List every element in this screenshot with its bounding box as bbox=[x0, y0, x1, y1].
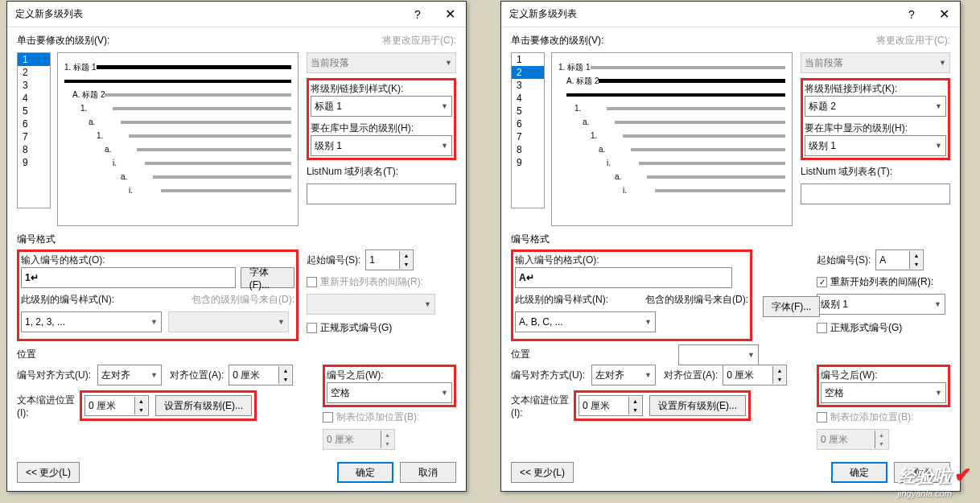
less-button[interactable]: << 更少(L) bbox=[511, 462, 574, 483]
help-button[interactable]: ? bbox=[896, 2, 928, 27]
highlight-link-style: 将级别链接到样式(K): 标题 1▼ 要在库中显示的级别(H): 级别 1▼ bbox=[307, 78, 456, 160]
font-button[interactable]: 字体(F)... bbox=[763, 296, 820, 317]
tab-pos-input: 0 厘米 ▲▼ bbox=[323, 429, 395, 450]
set-all-button[interactable]: 设置所有级别(E)... bbox=[155, 395, 252, 416]
level-list[interactable]: 1 2 3 4 5 6 7 8 9 bbox=[17, 52, 51, 208]
start-at-input[interactable]: 1 ▲▼ bbox=[365, 249, 414, 270]
align-at-input[interactable]: 0 厘米 ▲▼ bbox=[723, 365, 787, 385]
cancel-button[interactable]: 取消 bbox=[400, 462, 456, 483]
restart-checkbox[interactable] bbox=[307, 277, 317, 287]
format-input[interactable]: 1↵ bbox=[21, 267, 236, 288]
help-button[interactable]: ? bbox=[401, 2, 434, 27]
highlight-indent: 0 厘米 ▲▼ 设置所有级别(E)... bbox=[80, 390, 257, 421]
start-at-label: 起始编号(S): bbox=[307, 254, 360, 267]
close-button[interactable]: ✕ bbox=[928, 2, 960, 27]
indent-label: 文本缩进位置(I): bbox=[17, 394, 80, 418]
level-item[interactable]: 1 bbox=[18, 53, 50, 66]
indent-input[interactable]: 0 厘米 ▲▼ bbox=[84, 395, 149, 416]
highlight-follow: 编号之后(W): 空格▼ bbox=[323, 365, 456, 407]
apply-to-select[interactable]: 当前段落▼ bbox=[307, 52, 456, 73]
legal-label: 正规形式编号(G) bbox=[320, 321, 392, 335]
apply-to-label: 将更改应用于(C): bbox=[382, 34, 456, 47]
click-level-label: 单击要修改的级别(V): bbox=[511, 34, 603, 47]
dialog-title: 定义新多级列表 bbox=[15, 7, 83, 21]
link-style-label: 将级别链接到样式(K): bbox=[805, 82, 946, 96]
include-from-select[interactable]: ▼ bbox=[168, 311, 289, 332]
align-label: 编号对齐方式(U): bbox=[511, 369, 591, 382]
restart-checkbox[interactable]: ✓ bbox=[817, 277, 827, 287]
preview-box: 1. 标题 1 A. 标题 2 1. a. 1. a. i. a. i. bbox=[551, 52, 793, 226]
indent-input[interactable]: 0 厘米 ▲▼ bbox=[579, 395, 643, 416]
level-item[interactable]: 6 bbox=[18, 118, 50, 130]
apply-to-label: 将更改应用于(C): bbox=[876, 34, 950, 47]
apply-to-select[interactable]: 当前段落▼ bbox=[801, 52, 950, 73]
show-level-select[interactable]: 级别 1▼ bbox=[311, 135, 452, 156]
level-item[interactable]: 5 bbox=[512, 105, 544, 118]
close-button[interactable]: ✕ bbox=[434, 2, 466, 27]
level-item[interactable]: 4 bbox=[18, 92, 50, 105]
level-item[interactable]: 2 bbox=[18, 66, 50, 79]
level-item[interactable]: 3 bbox=[512, 79, 544, 92]
include-from-label: 包含的级别编号来自(D): bbox=[645, 293, 748, 307]
indent-label: 文本缩进位置(I): bbox=[511, 394, 574, 418]
less-button[interactable]: << 更少(L) bbox=[17, 462, 80, 483]
style-select[interactable]: A, B, C, ...▼ bbox=[515, 311, 656, 332]
listnum-input[interactable] bbox=[307, 183, 456, 204]
position-group: 位置 bbox=[17, 348, 456, 361]
highlight-follow: 编号之后(W): 空格▼ bbox=[817, 365, 950, 407]
number-format-group: 编号格式 bbox=[511, 233, 950, 246]
level-item[interactable]: 1 bbox=[512, 53, 544, 66]
tab-checkbox[interactable] bbox=[817, 412, 827, 423]
align-label: 编号对齐方式(U): bbox=[17, 369, 97, 382]
ok-button[interactable]: 确定 bbox=[337, 462, 393, 483]
level-item[interactable]: 8 bbox=[512, 143, 544, 156]
level-item[interactable]: 9 bbox=[18, 156, 50, 169]
align-select[interactable]: 左对齐▼ bbox=[97, 365, 162, 385]
preview-box: 1. 标题 1 A. 标题 2 1. a. 1. a. i. a. i. bbox=[57, 52, 299, 226]
legal-checkbox[interactable] bbox=[307, 323, 317, 333]
align-at-label: 对齐位置(A): bbox=[170, 369, 224, 382]
set-all-button[interactable]: 设置所有级别(E)... bbox=[649, 395, 746, 416]
level-item[interactable]: 8 bbox=[18, 143, 50, 156]
highlight-format: 输入编号的格式(O): 1↵ 字体(F)... 此级别的编号样式(N): 包含的… bbox=[17, 249, 299, 341]
show-level-label: 要在库中显示的级别(H): bbox=[805, 122, 946, 135]
legal-label: 正规形式编号(G) bbox=[830, 321, 902, 335]
restart-select[interactable]: ▼ bbox=[307, 294, 435, 315]
dialog-left: 定义新多级列表 ? ✕ 单击要修改的级别(V): 将更改应用于(C): 1 2 … bbox=[6, 1, 467, 492]
level-item[interactable]: 3 bbox=[18, 79, 50, 92]
level-item[interactable]: 6 bbox=[512, 118, 544, 130]
tab-checkbox[interactable] bbox=[323, 412, 333, 423]
number-format-group: 编号格式 bbox=[17, 233, 456, 246]
level-item[interactable]: 7 bbox=[512, 130, 544, 143]
align-select[interactable]: 左对齐▼ bbox=[591, 365, 656, 385]
titlebar: 定义新多级列表 ? ✕ bbox=[7, 2, 466, 27]
level-item[interactable]: 4 bbox=[512, 92, 544, 105]
format-input[interactable]: A↵ bbox=[515, 267, 732, 288]
style-select[interactable]: 1, 2, 3, ...▼ bbox=[21, 311, 162, 332]
level-item[interactable]: 2 bbox=[512, 66, 544, 79]
dialog-right: 定义新多级列表 ? ✕ 单击要修改的级别(V): 将更改应用于(C): 1 2 … bbox=[500, 1, 961, 492]
include-from-label: 包含的级别编号来自(D): bbox=[191, 293, 294, 307]
tab-pos-label: 制表位添加位置(B): bbox=[336, 410, 419, 424]
link-style-select[interactable]: 标题 1▼ bbox=[311, 96, 452, 117]
level-item[interactable]: 7 bbox=[18, 130, 50, 143]
follow-select[interactable]: 空格▼ bbox=[327, 382, 452, 403]
start-at-input[interactable]: A ▲▼ bbox=[875, 249, 924, 270]
tab-pos-input: 0 厘米 ▲▼ bbox=[817, 429, 889, 450]
follow-select[interactable]: 空格▼ bbox=[821, 382, 946, 403]
ok-button[interactable]: 确定 bbox=[831, 462, 887, 483]
font-button[interactable]: 字体(F)... bbox=[241, 267, 294, 288]
restart-select[interactable]: 级别 1▼ bbox=[817, 294, 945, 315]
watermark: 经验啦 ✔ jingyanla.com bbox=[898, 463, 972, 498]
listnum-input[interactable] bbox=[801, 183, 950, 204]
show-level-select[interactable]: 级别 1▼ bbox=[805, 135, 946, 156]
align-at-input[interactable]: 0 厘米 ▲▼ bbox=[229, 365, 293, 385]
link-style-select[interactable]: 标题 2▼ bbox=[805, 96, 946, 117]
enter-format-label: 输入编号的格式(O): bbox=[515, 254, 748, 267]
level-item[interactable]: 5 bbox=[18, 105, 50, 118]
level-list[interactable]: 1 2 3 4 5 6 7 8 9 bbox=[511, 52, 545, 208]
show-level-label: 要在库中显示的级别(H): bbox=[311, 122, 452, 135]
legal-checkbox[interactable] bbox=[817, 323, 827, 333]
include-from-select[interactable]: ▼ bbox=[678, 344, 759, 365]
level-item[interactable]: 9 bbox=[512, 156, 544, 169]
